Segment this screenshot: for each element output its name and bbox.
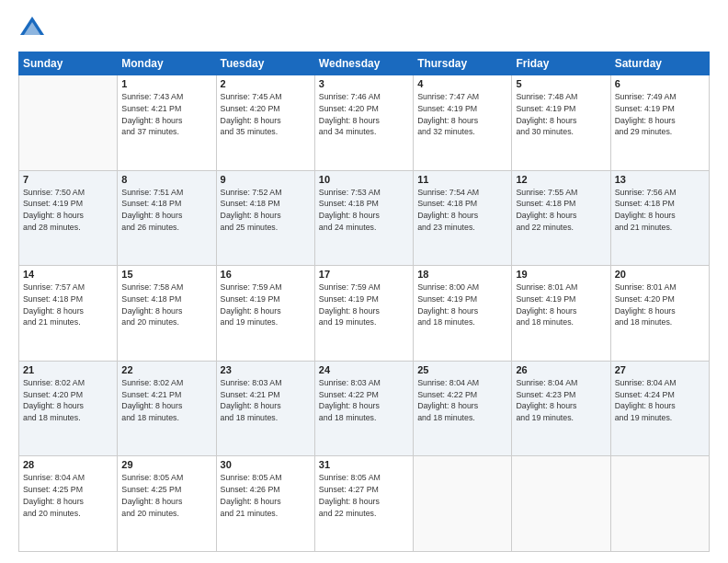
logo	[18, 15, 50, 42]
day-number: 23	[221, 364, 311, 375]
day-number: 18	[417, 269, 507, 280]
calendar-day-cell: 23Sunrise: 8:03 AMSunset: 4:21 PMDayligh…	[216, 361, 314, 456]
day-number: 9	[221, 174, 311, 185]
day-info: Sunrise: 7:59 AMSunset: 4:19 PMDaylight:…	[319, 282, 409, 328]
day-info: Sunrise: 7:58 AMSunset: 4:18 PMDaylight:…	[121, 282, 211, 328]
calendar-header-monday: Monday	[118, 52, 216, 75]
day-number: 31	[319, 459, 409, 470]
calendar-header-thursday: Thursday	[414, 52, 512, 75]
day-info: Sunrise: 7:53 AMSunset: 4:18 PMDaylight:…	[319, 187, 409, 234]
day-number: 10	[319, 174, 409, 185]
day-number: 28	[23, 459, 113, 470]
day-number: 1	[121, 78, 211, 89]
day-number: 4	[417, 78, 507, 89]
day-number: 5	[516, 78, 606, 89]
day-info: Sunrise: 7:49 AMSunset: 4:19 PMDaylight:…	[615, 91, 705, 138]
calendar-day-cell: 25Sunrise: 8:04 AMSunset: 4:22 PMDayligh…	[414, 361, 512, 456]
day-info: Sunrise: 7:57 AMSunset: 4:18 PMDaylight:…	[23, 282, 113, 328]
calendar-day-cell: 6Sunrise: 7:49 AMSunset: 4:19 PMDaylight…	[610, 75, 709, 171]
header	[18, 15, 710, 42]
calendar-day-cell: 29Sunrise: 8:05 AMSunset: 4:25 PMDayligh…	[118, 456, 216, 552]
calendar-week-row: 21Sunrise: 8:02 AMSunset: 4:20 PMDayligh…	[19, 361, 710, 456]
day-number: 20	[615, 269, 705, 280]
calendar-day-cell	[414, 456, 512, 552]
page: SundayMondayTuesdayWednesdayThursdayFrid…	[0, 0, 728, 563]
calendar-day-cell: 27Sunrise: 8:04 AMSunset: 4:24 PMDayligh…	[610, 361, 709, 456]
calendar-header-row: SundayMondayTuesdayWednesdayThursdayFrid…	[19, 52, 710, 75]
day-number: 8	[121, 174, 211, 185]
day-info: Sunrise: 7:51 AMSunset: 4:18 PMDaylight:…	[121, 187, 211, 234]
day-number: 3	[319, 78, 409, 89]
calendar-day-cell: 26Sunrise: 8:04 AMSunset: 4:23 PMDayligh…	[512, 361, 610, 456]
day-info: Sunrise: 7:46 AMSunset: 4:20 PMDaylight:…	[319, 91, 409, 138]
day-number: 15	[121, 269, 211, 280]
calendar-day-cell: 18Sunrise: 8:00 AMSunset: 4:19 PMDayligh…	[414, 266, 512, 362]
day-number: 2	[221, 78, 311, 89]
calendar-day-cell: 1Sunrise: 7:43 AMSunset: 4:21 PMDaylight…	[118, 75, 216, 171]
day-info: Sunrise: 8:05 AMSunset: 4:27 PMDaylight:…	[319, 472, 409, 519]
day-info: Sunrise: 7:48 AMSunset: 4:19 PMDaylight:…	[516, 91, 606, 138]
calendar-week-row: 7Sunrise: 7:50 AMSunset: 4:19 PMDaylight…	[19, 170, 710, 266]
day-info: Sunrise: 7:47 AMSunset: 4:19 PMDaylight:…	[417, 91, 507, 138]
day-number: 12	[516, 174, 606, 185]
calendar-day-cell: 21Sunrise: 8:02 AMSunset: 4:20 PMDayligh…	[19, 361, 118, 456]
calendar-day-cell: 9Sunrise: 7:52 AMSunset: 4:18 PMDaylight…	[216, 170, 314, 266]
day-number: 24	[319, 364, 409, 375]
calendar-day-cell: 13Sunrise: 7:56 AMSunset: 4:18 PMDayligh…	[610, 170, 709, 266]
calendar-header-friday: Friday	[512, 52, 610, 75]
calendar-day-cell: 20Sunrise: 8:01 AMSunset: 4:20 PMDayligh…	[610, 266, 709, 362]
calendar-day-cell: 17Sunrise: 7:59 AMSunset: 4:19 PMDayligh…	[314, 266, 413, 362]
day-number: 11	[417, 174, 507, 185]
calendar-day-cell: 24Sunrise: 8:03 AMSunset: 4:22 PMDayligh…	[314, 361, 413, 456]
calendar-day-cell: 10Sunrise: 7:53 AMSunset: 4:18 PMDayligh…	[314, 170, 413, 266]
day-info: Sunrise: 8:01 AMSunset: 4:19 PMDaylight:…	[516, 282, 606, 328]
calendar-day-cell: 11Sunrise: 7:54 AMSunset: 4:18 PMDayligh…	[414, 170, 512, 266]
day-number: 25	[417, 364, 507, 375]
calendar-week-row: 28Sunrise: 8:04 AMSunset: 4:25 PMDayligh…	[19, 456, 710, 552]
day-info: Sunrise: 8:05 AMSunset: 4:25 PMDaylight:…	[121, 472, 211, 519]
day-info: Sunrise: 7:55 AMSunset: 4:18 PMDaylight:…	[516, 187, 606, 234]
calendar-table: SundayMondayTuesdayWednesdayThursdayFrid…	[18, 52, 710, 552]
day-info: Sunrise: 7:50 AMSunset: 4:19 PMDaylight:…	[23, 187, 113, 234]
day-number: 19	[516, 269, 606, 280]
calendar-day-cell: 2Sunrise: 7:45 AMSunset: 4:20 PMDaylight…	[216, 75, 314, 171]
day-number: 27	[615, 364, 705, 375]
day-info: Sunrise: 8:01 AMSunset: 4:20 PMDaylight:…	[615, 282, 705, 328]
calendar-day-cell: 22Sunrise: 8:02 AMSunset: 4:21 PMDayligh…	[118, 361, 216, 456]
day-number: 14	[23, 269, 113, 280]
calendar-day-cell	[610, 456, 709, 552]
calendar-day-cell: 7Sunrise: 7:50 AMSunset: 4:19 PMDaylight…	[19, 170, 118, 266]
calendar-day-cell: 19Sunrise: 8:01 AMSunset: 4:19 PMDayligh…	[512, 266, 610, 362]
calendar-day-cell	[19, 75, 118, 171]
calendar-day-cell: 15Sunrise: 7:58 AMSunset: 4:18 PMDayligh…	[118, 266, 216, 362]
day-number: 30	[221, 459, 311, 470]
day-info: Sunrise: 8:03 AMSunset: 4:22 PMDaylight:…	[319, 377, 409, 424]
calendar-header-sunday: Sunday	[19, 52, 118, 75]
day-number: 13	[615, 174, 705, 185]
calendar-week-row: 14Sunrise: 7:57 AMSunset: 4:18 PMDayligh…	[19, 266, 710, 362]
calendar-header-tuesday: Tuesday	[216, 52, 314, 75]
calendar-day-cell	[512, 456, 610, 552]
day-number: 7	[23, 174, 113, 185]
calendar-day-cell: 8Sunrise: 7:51 AMSunset: 4:18 PMDaylight…	[118, 170, 216, 266]
day-info: Sunrise: 7:45 AMSunset: 4:20 PMDaylight:…	[221, 91, 311, 138]
calendar-day-cell: 3Sunrise: 7:46 AMSunset: 4:20 PMDaylight…	[314, 75, 413, 171]
day-number: 22	[121, 364, 211, 375]
day-info: Sunrise: 8:03 AMSunset: 4:21 PMDaylight:…	[221, 377, 311, 424]
day-info: Sunrise: 8:00 AMSunset: 4:19 PMDaylight:…	[417, 282, 507, 328]
day-info: Sunrise: 7:43 AMSunset: 4:21 PMDaylight:…	[121, 91, 211, 138]
calendar-header-wednesday: Wednesday	[314, 52, 413, 75]
calendar-header-saturday: Saturday	[610, 52, 709, 75]
day-number: 26	[516, 364, 606, 375]
day-number: 21	[23, 364, 113, 375]
day-info: Sunrise: 8:04 AMSunset: 4:25 PMDaylight:…	[23, 472, 113, 519]
calendar-day-cell: 31Sunrise: 8:05 AMSunset: 4:27 PMDayligh…	[314, 456, 413, 552]
day-number: 29	[121, 459, 211, 470]
calendar-day-cell: 16Sunrise: 7:59 AMSunset: 4:19 PMDayligh…	[216, 266, 314, 362]
day-number: 6	[615, 78, 705, 89]
calendar-day-cell: 28Sunrise: 8:04 AMSunset: 4:25 PMDayligh…	[19, 456, 118, 552]
calendar-day-cell: 5Sunrise: 7:48 AMSunset: 4:19 PMDaylight…	[512, 75, 610, 171]
calendar-day-cell: 30Sunrise: 8:05 AMSunset: 4:26 PMDayligh…	[216, 456, 314, 552]
day-info: Sunrise: 8:04 AMSunset: 4:23 PMDaylight:…	[516, 377, 606, 424]
day-info: Sunrise: 7:52 AMSunset: 4:18 PMDaylight:…	[221, 187, 311, 234]
